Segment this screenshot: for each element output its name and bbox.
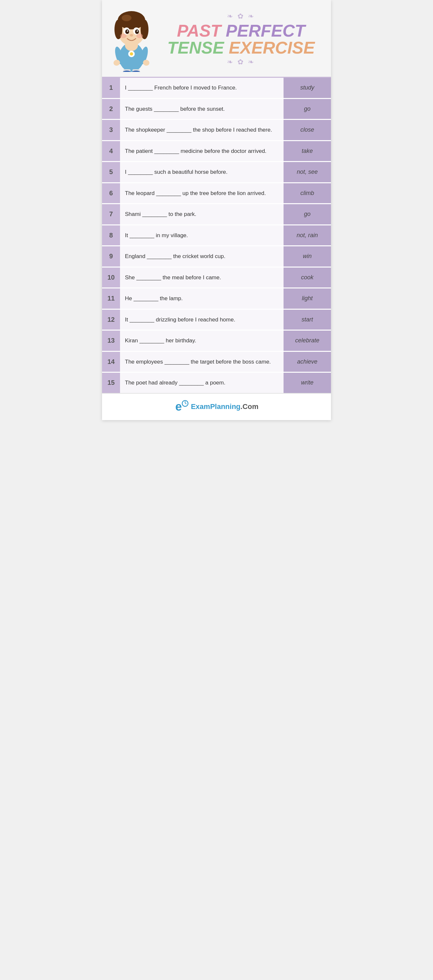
title-decoration-top: ❧ ✿ ❧ <box>161 12 321 21</box>
exercise-number: 10 <box>102 267 120 288</box>
svg-text:e: e <box>175 400 182 413</box>
title-decoration-bottom: ❧ ✿ ❧ <box>161 58 321 66</box>
title-area: ❧ ✿ ❧ PAST PERFECT TENSE EXERCISE ❧ ✿ ❧ <box>161 12 321 66</box>
svg-point-17 <box>130 52 133 56</box>
exercise-number: 1 <box>102 78 120 98</box>
exercises-table: 1I ________ French before I moved to Fra… <box>102 78 331 393</box>
exercise-row: 1I ________ French before I moved to Fra… <box>102 78 331 99</box>
svg-line-29 <box>185 403 186 404</box>
exercise-sentence: The shopkeeper ________ the shop before … <box>120 120 284 140</box>
exercise-sentence: I ________ French before I moved to Fran… <box>120 78 284 98</box>
exercise-sentence: He ________ the lamp. <box>120 288 284 309</box>
exercise-row: 4The patient ________ medicine before th… <box>102 141 331 162</box>
exercise-number: 7 <box>102 204 120 224</box>
exercise-sentence: I ________ such a beautiful horse before… <box>120 162 284 182</box>
exercise-hint: close <box>284 120 331 140</box>
exercise-sentence: The poet had already ________ a poem. <box>120 373 284 393</box>
exercise-number: 3 <box>102 120 120 140</box>
title-past: PAST <box>177 21 221 40</box>
exercise-sentence: The guests ________ before the sunset. <box>120 99 284 119</box>
exercise-number: 4 <box>102 141 120 161</box>
footer: e ExamPlanning.Com <box>102 393 331 420</box>
title-tense: TENSE <box>168 38 224 57</box>
exercise-hint: study <box>284 78 331 98</box>
title-perfect: PERFECT <box>226 21 305 40</box>
svg-point-12 <box>137 30 138 32</box>
exercise-row: 3The shopkeeper ________ the shop before… <box>102 120 331 141</box>
exercise-sentence: It ________ in my village. <box>120 225 284 246</box>
exercise-number: 15 <box>102 373 120 393</box>
exercise-number: 13 <box>102 331 120 351</box>
exercise-hint: win <box>284 246 331 267</box>
exercise-hint: not, see <box>284 162 331 182</box>
exercise-sentence: England ________ the cricket world cup. <box>120 246 284 267</box>
exercise-number: 5 <box>102 162 120 182</box>
exercise-row: 8It ________ in my village.not, rain <box>102 225 331 247</box>
exercise-sentence: It ________ drizzling before I reached h… <box>120 310 284 330</box>
exercise-sentence: The leopard ________ up the tree before … <box>120 183 284 204</box>
exercise-number: 8 <box>102 225 120 246</box>
exercise-number: 11 <box>102 288 120 309</box>
exercise-number: 12 <box>102 310 120 330</box>
title-line2: TENSE EXERCISE <box>161 39 321 56</box>
exercise-sentence: The patient ________ medicine before the… <box>120 141 284 161</box>
exercise-row: 6The leopard ________ up the tree before… <box>102 183 331 205</box>
exercise-row: 10She ________ the meal before I came.co… <box>102 267 331 289</box>
exercise-hint: take <box>284 141 331 161</box>
exercise-row: 5I ________ such a beautiful horse befor… <box>102 162 331 183</box>
exercise-sentence: She ________ the meal before I came. <box>120 267 284 288</box>
svg-point-10 <box>135 29 139 34</box>
exercise-row: 2The guests ________ before the sunset.g… <box>102 99 331 120</box>
exercise-row: 7Shami ________ to the park.go <box>102 204 331 225</box>
footer-brand-text: ExamPlanning.Com <box>191 402 259 411</box>
exercise-hint: light <box>284 288 331 309</box>
exercise-sentence: Kiran ________ her birthday. <box>120 331 284 351</box>
exercise-number: 6 <box>102 183 120 204</box>
exercise-number: 14 <box>102 352 120 372</box>
exercise-row: 12It ________ drizzling before I reached… <box>102 310 331 331</box>
exercise-hint: climb <box>284 183 331 204</box>
footer-planning: Planning <box>210 402 240 410</box>
exercise-hint: write <box>284 373 331 393</box>
footer-logo: e ExamPlanning.Com <box>175 399 259 414</box>
exercise-sentence: The employees ________ the target before… <box>120 352 284 372</box>
exercise-row: 13Kiran ________ her birthday.celebrate <box>102 331 331 352</box>
exercise-number: 9 <box>102 246 120 267</box>
exercise-hint: go <box>284 99 331 119</box>
svg-point-15 <box>136 33 143 38</box>
title-line1: PAST PERFECT <box>161 22 321 39</box>
exercise-sentence: Shami ________ to the park. <box>120 204 284 224</box>
title-exercise: EXERCISE <box>228 38 315 57</box>
footer-exam: Exam <box>191 402 210 410</box>
exercise-row: 15The poet had already ________ a poem.w… <box>102 373 331 393</box>
svg-point-6 <box>121 15 131 21</box>
exercise-hint: not, rain <box>284 225 331 246</box>
exercise-hint: cook <box>284 267 331 288</box>
exercise-row: 9England ________ the cricket world cup.… <box>102 246 331 267</box>
svg-point-11 <box>127 30 128 32</box>
svg-point-9 <box>125 29 129 34</box>
exercise-hint: celebrate <box>284 331 331 351</box>
exercise-row: 11He ________ the lamp.light <box>102 288 331 310</box>
exercise-hint: achieve <box>284 352 331 372</box>
exercise-hint: start <box>284 310 331 330</box>
mascot-illustration <box>109 6 154 72</box>
exercise-hint: go <box>284 204 331 224</box>
exercise-row: 14The employees ________ the target befo… <box>102 352 331 373</box>
footer-com: .Com <box>240 402 258 410</box>
svg-point-13 <box>130 34 133 37</box>
header: ❧ ✿ ❧ PAST PERFECT TENSE EXERCISE ❧ ✿ ❧ <box>102 0 331 78</box>
logo-icon: e <box>175 399 189 414</box>
exercise-number: 2 <box>102 99 120 119</box>
svg-point-14 <box>120 33 126 38</box>
page: ❧ ✿ ❧ PAST PERFECT TENSE EXERCISE ❧ ✿ ❧ … <box>102 0 331 420</box>
